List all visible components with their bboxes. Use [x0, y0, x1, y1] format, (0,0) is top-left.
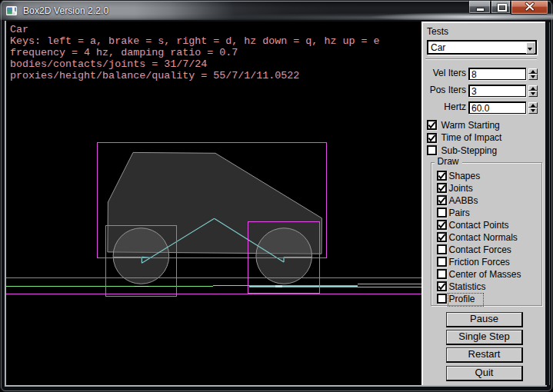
svg-text:proxies/height/balance/quality: proxies/height/balance/quality = 55/7/1/…: [10, 70, 299, 81]
svg-text:bodies/contacts/joints = 31/7/: bodies/contacts/joints = 31/7/24: [10, 58, 207, 70]
svg-text:frequency = 4 hz, damping rati: frequency = 4 hz, damping ratio = 0.7: [10, 47, 238, 58]
svg-text:Keys: left = a, brake = s, rig: Keys: left = a, brake = s, right = d, hz…: [10, 35, 379, 47]
svg-text:Car: Car: [10, 24, 28, 35]
